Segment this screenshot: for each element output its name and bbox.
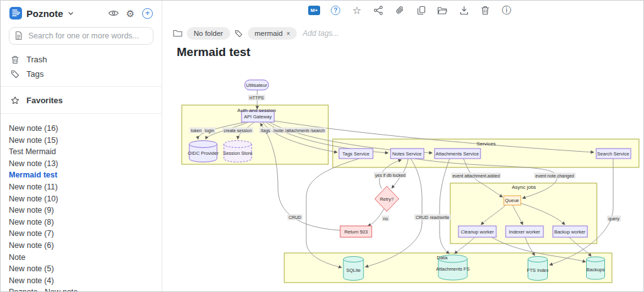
edge-label-login: login <box>204 128 216 133</box>
trash-label: Trash <box>26 55 47 64</box>
markdown-icon[interactable]: M+ <box>308 6 320 15</box>
note-list-item[interactable]: Note <box>1 252 162 264</box>
favorite-star-icon[interactable]: ☆ <box>352 5 362 16</box>
tag-small-icon <box>235 30 243 37</box>
search-box <box>9 27 153 45</box>
sidebar-header: Poznote ⚙ + <box>1 1 162 25</box>
edge-label-event-attachment: event attachment.added <box>451 173 501 179</box>
edge-label-token: token <box>189 128 203 133</box>
edge-label-query: query <box>607 216 621 222</box>
edge-label-create-session: create session <box>222 128 253 133</box>
note-list-item[interactable]: New note (15) <box>1 135 162 147</box>
folder-small-icon <box>173 30 182 37</box>
paperclip-icon[interactable] <box>394 5 405 16</box>
help-icon[interactable]: ? <box>331 6 340 15</box>
node-label-oidc: OIDC Provider <box>188 150 219 156</box>
note-list-item[interactable]: New note (16) <box>1 123 162 135</box>
node-label-fts-index: FTS Index <box>527 267 549 273</box>
tag-chip-label: mermaid <box>255 30 283 37</box>
tag-icon <box>11 70 19 78</box>
sidebar: Poznote ⚙ + Trash <box>1 1 162 291</box>
trash-icon <box>11 55 19 64</box>
edge-label-https: HTTPS <box>248 95 265 101</box>
node-label-retry: Retry? <box>380 196 394 202</box>
note-list-item-selected[interactable]: Mermaid test <box>1 169 162 181</box>
node-label-backup-worker: Backup worker <box>554 229 586 235</box>
star-icon <box>11 96 19 104</box>
node-label-indexer-worker: Indexer worker <box>509 229 540 235</box>
note-list-item[interactable]: New note (4) <box>1 275 162 287</box>
note-list-item[interactable]: New note (10) <box>1 193 162 205</box>
cluster-label-auth: Auth and session <box>237 108 275 113</box>
note-list-item[interactable]: Test Mermaid <box>1 146 162 158</box>
cluster-label-data: Data <box>437 255 448 261</box>
node-label-sqlite: SQLite <box>347 267 361 273</box>
note-list-item[interactable]: New note (7) <box>1 228 162 240</box>
download-icon[interactable] <box>458 5 469 16</box>
remove-tag-icon[interactable]: × <box>286 30 290 37</box>
sidebar-actions: ⚙ + <box>108 8 153 19</box>
divider <box>1 86 162 87</box>
sidebar-item-tags[interactable]: Tags <box>1 67 162 81</box>
edge-label-no: no <box>382 216 389 222</box>
node-label-user: Utilisateur <box>246 82 267 88</box>
note-list-item[interactable]: New note (6) <box>1 240 162 252</box>
eye-icon[interactable] <box>108 9 119 17</box>
trash-icon[interactable] <box>480 5 491 16</box>
edge-label-attachments-endpoint: /attachments <box>284 128 311 133</box>
edge-label-search-endpoint: /search <box>309 128 326 133</box>
mermaid-diagram: Auth and session Services Async jobs Dat… <box>180 75 644 290</box>
share-icon[interactable] <box>373 5 384 16</box>
cluster-label-async: Async jobs <box>512 184 536 190</box>
sidebar-item-trash[interactable]: Trash <box>1 52 162 67</box>
node-label-api-gateway: API Gateway <box>244 114 272 120</box>
folder-icon[interactable] <box>437 5 448 16</box>
note-title: Mermaid test <box>177 45 250 59</box>
edge-label-event-note: event note.changed <box>534 173 575 179</box>
edge-label-crud-left: CRUD <box>287 215 303 220</box>
note-list-item[interactable]: New note (13) <box>1 158 162 170</box>
chevron-down-icon[interactable] <box>68 11 74 16</box>
note-editor-panel: M+ ? ☆ ⓘ <box>162 1 643 291</box>
edge-label-tags-endpoint: /tags <box>259 128 271 133</box>
edge-label-crud-right: CRUD <box>414 215 430 220</box>
node-label-notes-service: Notes Service <box>392 151 422 157</box>
note-list-item[interactable]: New note (11) <box>1 181 162 193</box>
cluster-label-services: Services <box>477 141 496 147</box>
node-label-session-store: Session Store <box>223 150 253 156</box>
poznote-app-window: Poznote ⚙ + Trash <box>0 0 644 292</box>
gear-icon[interactable]: ⚙ <box>126 9 135 18</box>
node-label-search-service: Search Service <box>597 151 630 157</box>
node-label-attachments-service: Attachments Service <box>436 151 479 157</box>
favorites-label: Favorites <box>26 96 63 105</box>
app-name: Poznote <box>26 8 63 19</box>
edge-label-read-write: read/write <box>429 215 451 220</box>
divider <box>1 113 162 114</box>
add-tags-input[interactable] <box>301 28 354 38</box>
folder-chip[interactable]: No folder <box>187 27 230 40</box>
note-meta-row: No folder mermaid × <box>173 27 354 40</box>
node-label-return-503: Return 503 <box>344 229 367 235</box>
note-list-item[interactable]: Poznote - New note <box>1 286 162 292</box>
note-page-icon <box>14 31 23 43</box>
poznote-logo-icon <box>9 7 22 20</box>
edge-label-if-db-locked: if db locked <box>382 172 406 178</box>
info-icon[interactable]: ⓘ <box>501 5 512 16</box>
tags-label: Tags <box>26 69 43 79</box>
node-label-tags-service: Tags Service <box>343 151 370 157</box>
node-label-cleanup-worker: Cleanup worker <box>461 229 494 235</box>
note-list: New note (16) New note (15) Test Mermaid… <box>1 119 162 292</box>
note-list-item[interactable]: New note (9) <box>1 205 162 216</box>
node-label-queue: Queue <box>505 198 519 203</box>
tag-chip-mermaid[interactable]: mermaid × <box>248 27 297 40</box>
search-input[interactable] <box>9 27 153 45</box>
node-label-attachments-fs: Attachments FS <box>436 266 469 272</box>
sidebar-item-favorites[interactable]: Favorites <box>1 92 162 108</box>
node-label-backups: Backups <box>587 267 605 272</box>
note-toolbar: M+ ? ☆ ⓘ <box>309 5 512 16</box>
note-list-item[interactable]: New note (5) <box>1 263 162 275</box>
note-list-item[interactable]: New note (8) <box>1 216 162 228</box>
copy-icon[interactable] <box>416 5 426 16</box>
add-note-button[interactable]: + <box>142 8 153 19</box>
